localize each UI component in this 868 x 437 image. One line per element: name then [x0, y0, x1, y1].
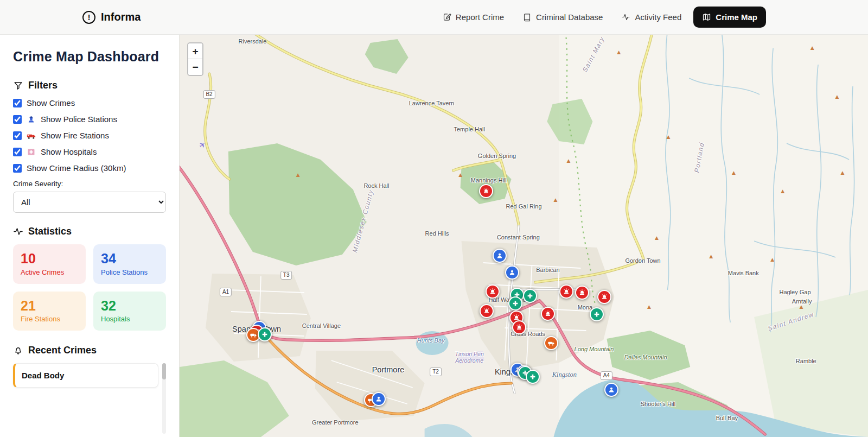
nav-report-crime[interactable]: Report Crime	[436, 7, 510, 27]
peak-icon: ▲	[458, 172, 462, 177]
map-label-red-gal-ring: Red Gal Ring	[506, 203, 541, 210]
statistics-heading: Statistics	[13, 226, 166, 237]
filter-checkbox[interactable]	[13, 164, 22, 173]
recent-crime-item[interactable]: Dead Body	[13, 363, 158, 388]
app: ! Informa Report CrimeCriminal DatabaseA…	[0, 0, 868, 437]
sidebar: Crime Map Dashboard Filters Show CrimesS…	[0, 35, 179, 437]
map-label-central-village: Central Village	[302, 322, 341, 329]
nav-label: Report Crime	[456, 12, 504, 22]
nav-activity-feed[interactable]: Activity Feed	[615, 7, 688, 27]
stat-label: Active Crimes	[21, 268, 78, 276]
nav-label: Activity Feed	[635, 12, 681, 22]
navbar-items: Report CrimeCriminal DatabaseActivity Fe…	[436, 7, 766, 28]
crime-severity-select[interactable]: All	[13, 192, 166, 213]
zoom-out-button[interactable]: −	[188, 59, 202, 75]
map-canvas[interactable]: ▲▲▲▲▲▲▲▲▲▲▲▲▲▲▲▲✈ RiversdaleLawrence Tav…	[179, 35, 868, 437]
police-marker[interactable]	[505, 265, 519, 280]
hospital-marker[interactable]	[258, 327, 272, 341]
fire-engine-icon	[27, 131, 36, 140]
map-label-dallas-mountain: Dallas Mountain	[624, 354, 667, 360]
police-marker[interactable]	[493, 249, 507, 263]
road-shield-t3: T3	[280, 271, 292, 280]
peak-icon: ▲	[296, 172, 300, 177]
peak-icon: ▲	[553, 197, 557, 202]
peak-icon: ▲	[617, 49, 621, 54]
stats-grid: 10Active Crimes34Police Stations21Fire S…	[13, 244, 166, 331]
funnel-icon	[13, 80, 23, 91]
stat-card-fire-stations: 21Fire Stations	[13, 292, 86, 331]
nav-label: Crime Map	[716, 12, 757, 22]
peak-icon: ▲	[810, 45, 814, 50]
recent-crime-title: Dead Body	[22, 371, 151, 380]
stat-label: Fire Stations	[21, 315, 78, 323]
peak-icon: ▲	[841, 170, 845, 175]
filter-show-crime-radius-30km[interactable]: Show Crime Radius (30km)	[13, 163, 166, 173]
nav-label: Criminal Database	[536, 12, 603, 22]
map-label-kingston: Kingston	[552, 371, 577, 379]
filter-show-fire-stations[interactable]: Show Fire Stations	[13, 131, 166, 140]
recent-crimes-scrollbar[interactable]	[162, 363, 166, 434]
crime-marker[interactable]	[512, 320, 526, 334]
crime-marker[interactable]	[479, 184, 493, 198]
hospital-icon	[27, 147, 36, 156]
recent-crimes-items: Dead Body	[13, 363, 158, 388]
crime-marker[interactable]	[541, 307, 555, 321]
map-label-tinson-pen-aerodrome: Tinson Pen Aerodrome	[449, 351, 489, 364]
crime-marker[interactable]	[597, 290, 611, 304]
filter-checkbox[interactable]	[13, 99, 22, 107]
zoom-in-button[interactable]: +	[188, 43, 202, 59]
map-label-long-mountain: Long Mountain	[575, 346, 614, 352]
hospital-marker[interactable]	[590, 307, 604, 321]
crime-marker[interactable]	[480, 304, 494, 318]
recent-crimes-heading: Recent Crimes	[13, 345, 166, 356]
hospital-marker[interactable]	[526, 370, 540, 384]
police-officer-icon	[27, 115, 36, 124]
map-label-hunts-bay: Hunts Bay	[417, 337, 445, 344]
peak-icon: ▲	[655, 236, 659, 240]
fire-marker[interactable]	[544, 336, 558, 350]
hospital-marker[interactable]	[523, 289, 537, 303]
police-marker[interactable]	[372, 392, 386, 406]
map-label-red-hills: Red Hills	[425, 230, 449, 237]
filter-show-hospitals[interactable]: Show Hospitals	[13, 147, 166, 156]
stat-value: 32	[101, 299, 158, 314]
stat-label: Police Stations	[101, 268, 158, 276]
police-marker[interactable]	[604, 383, 618, 397]
brand-name: Informa	[101, 11, 141, 23]
crime-marker[interactable]	[486, 284, 500, 299]
map-label-shooter-s-hill: Shooter's Hill	[641, 401, 675, 407]
nav-crime-map[interactable]: Crime Map	[693, 7, 766, 28]
map-label-bull-bay: Bull Bay	[716, 415, 738, 421]
filter-checkbox[interactable]	[13, 148, 22, 156]
peak-icon: ▲	[781, 189, 784, 194]
stat-value: 21	[21, 299, 78, 314]
page-title: Crime Map Dashboard	[13, 49, 166, 65]
peak-icon: ▲	[647, 304, 651, 309]
filter-checkbox[interactable]	[13, 115, 22, 124]
map-label-ramble: Ramble	[796, 358, 816, 364]
peak-icon: ▲	[667, 135, 671, 140]
hospital-marker[interactable]	[508, 296, 522, 311]
stat-label: Hospitals	[101, 315, 158, 323]
map-label-arntally: Arntally	[792, 298, 812, 305]
map-label-riversdale: Riversdale	[239, 38, 267, 45]
stat-value: 10	[21, 251, 78, 267]
crime-marker[interactable]	[575, 286, 589, 300]
activity-feed-icon	[621, 12, 630, 22]
crime-marker[interactable]	[559, 284, 573, 299]
crime-map-icon	[702, 12, 711, 22]
stat-card-active-crimes: 10Active Crimes	[13, 244, 86, 284]
filter-list: Show CrimesShow Police StationsShow Fire…	[13, 98, 166, 173]
informa-logo-icon: !	[82, 11, 95, 24]
filter-show-crimes[interactable]: Show Crimes	[13, 98, 166, 107]
bell-icon	[13, 345, 23, 356]
filter-checkbox[interactable]	[13, 131, 22, 140]
peak-icon: ▲	[770, 257, 774, 262]
map-label-rock-hall: Rock Hall	[363, 182, 389, 189]
filter-show-police-stations[interactable]: Show Police Stations	[13, 115, 166, 124]
scrollbar-thumb[interactable]	[162, 363, 166, 379]
nav-criminal-database[interactable]: Criminal Database	[516, 7, 609, 27]
main: Crime Map Dashboard Filters Show CrimesS…	[0, 35, 868, 437]
map-label-greater-portmore: Greater Portmore	[312, 419, 359, 426]
brand: ! Informa	[82, 11, 141, 24]
